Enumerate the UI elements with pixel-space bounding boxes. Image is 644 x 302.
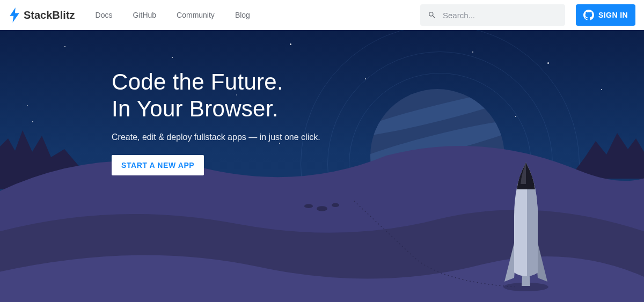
top-nav: Docs GitHub Community Blog [86,6,260,24]
bolt-icon [9,8,20,23]
svg-point-2 [332,203,339,208]
hero-title-line1: Code the Future. [112,69,644,95]
nav-blog[interactable]: Blog [225,6,260,24]
brand-name: StackBlitz [24,9,75,21]
svg-point-1 [317,206,327,211]
hero-section: Code the Future. In Your Browser. Create… [0,30,644,302]
signin-button[interactable]: SIGN IN [576,4,635,26]
search-box[interactable] [420,4,565,26]
signin-label: SIGN IN [598,11,628,19]
top-header: StackBlitz Docs GitHub Community Blog SI… [0,0,644,30]
svg-point-0 [304,204,313,208]
brand-logo[interactable]: StackBlitz [9,8,75,23]
hero-subtitle: Create, edit & deploy fullstack apps — i… [112,132,644,142]
nav-docs[interactable]: Docs [86,6,122,24]
hero-title-line2: In Your Browser. [112,95,644,122]
rocket [499,157,553,291]
nav-github[interactable]: GitHub [123,6,166,24]
start-new-app-button[interactable]: START A NEW APP [112,155,204,175]
github-icon [583,10,594,20]
search-input[interactable] [443,11,558,20]
hero-content: Code the Future. In Your Browser. Create… [0,30,644,175]
search-icon [428,10,436,20]
nav-community[interactable]: Community [167,6,224,24]
hero-title: Code the Future. In Your Browser. [112,69,644,123]
